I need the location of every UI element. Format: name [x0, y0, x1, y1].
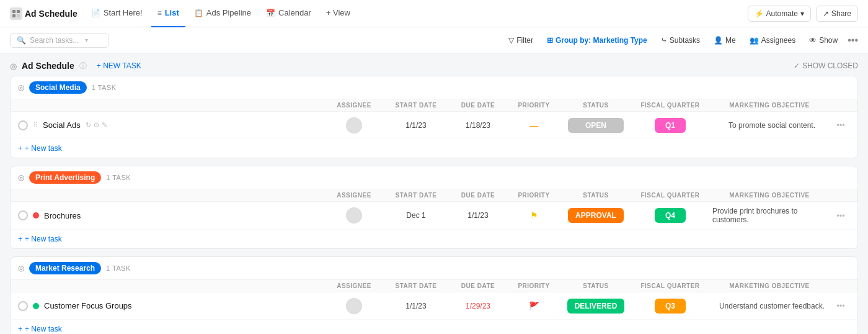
due-date-cell[interactable]: 1/1/23 [447, 211, 509, 220]
show-closed-button[interactable]: ✓ SHOW CLOSED [794, 61, 858, 70]
task-checkbox[interactable] [18, 210, 28, 220]
assignee-cell [323, 298, 385, 314]
search-box[interactable]: 🔍 Search tasks... ▾ [10, 33, 109, 48]
row-options[interactable]: ••• [831, 211, 850, 220]
section-top: ◎ Ad Schedule ⓘ + NEW TASK ✓ SHOW CLOSED [10, 53, 858, 76]
tab-ads-pipeline[interactable]: 📋 Ads Pipeline [188, 0, 257, 27]
tab-start-icon: 📄 [91, 9, 100, 17]
task-name[interactable]: Social Ads [43, 120, 81, 130]
marketing-obj-cell: Understand customer feedback. [707, 302, 831, 310]
drag-handle-icon: ⠿ [33, 121, 38, 129]
group-by-button[interactable]: ⊞ Group by: Marketing Type [543, 34, 651, 47]
assignee-avatar[interactable] [346, 298, 362, 314]
tab-calendar[interactable]: 📅 Calendar [260, 0, 317, 27]
col-fiscal: FISCAL QUARTER [633, 102, 707, 109]
task-dot [33, 303, 39, 309]
col-priority: PRIORITY [509, 102, 559, 109]
info-icon[interactable]: ⓘ [79, 61, 87, 71]
group-count-social-media: 1 TASK [92, 84, 117, 91]
assignee-cell [323, 207, 385, 223]
fiscal-cell[interactable]: Q3 [633, 299, 707, 314]
due-date-cell[interactable]: 1/18/23 [447, 121, 509, 130]
page-title: Ad Schedule [22, 61, 74, 71]
edit-icon[interactable]: ✎ [102, 121, 107, 129]
group-header-market: ◎ Market Research 1 TASK [11, 257, 857, 280]
app-icon [10, 7, 22, 20]
add-task-market[interactable]: + + New task [11, 320, 857, 334]
show-icon: 👁 [809, 36, 817, 45]
refresh-icon[interactable]: ↻ [86, 121, 91, 129]
row-options[interactable]: ••• [831, 120, 850, 130]
assignee-avatar[interactable] [346, 207, 362, 223]
group-icon: ⊞ [547, 36, 553, 45]
group-count-market: 1 TASK [106, 264, 131, 272]
show-button[interactable]: 👁 Show [805, 34, 841, 47]
priority-flag: 🚩 [529, 301, 539, 311]
link-icon[interactable]: ⊙ [94, 121, 99, 129]
col-header-print: ASSIGNEE START DATE DUE DATE PRIORITY ST… [11, 189, 857, 202]
task-dot [33, 212, 39, 219]
task-checkbox[interactable] [18, 120, 28, 130]
me-button[interactable]: 👤 Me [710, 34, 740, 47]
task-name[interactable]: Brochures [44, 211, 81, 220]
start-date-cell[interactable]: 1/1/23 [385, 302, 447, 310]
automate-chevron: ▾ [800, 9, 804, 18]
tab-list-icon: ≡ [157, 9, 162, 17]
me-icon: 👤 [714, 36, 723, 45]
fiscal-badge: Q1 [655, 118, 686, 133]
filter-button[interactable]: ▽ Filter [505, 34, 537, 47]
group-print-advertising: ◎ Print Advertising 1 TASK ASSIGNEE STAR… [10, 166, 858, 249]
group-collapse-market[interactable]: ◎ [18, 264, 24, 273]
svg-rect-2 [12, 14, 16, 17]
automate-button[interactable]: ⚡ Automate ▾ [748, 6, 811, 22]
status-badge: DELIVERED [567, 299, 625, 314]
subtasks-icon: ⤷ [661, 36, 667, 45]
share-button[interactable]: ↗ Share [816, 6, 858, 22]
add-icon: + [18, 144, 22, 153]
add-task-social-media[interactable]: + + New task [11, 139, 857, 158]
col-header-market: ASSIGNEE START DATE DUE DATE PRIORITY ST… [11, 280, 857, 292]
fiscal-cell[interactable]: Q4 [633, 208, 707, 223]
priority-cell[interactable]: ⚑ [509, 210, 559, 220]
section-collapse-icon[interactable]: ◎ [10, 61, 17, 71]
group-collapse-print[interactable]: ◎ [18, 173, 24, 182]
group-collapse-social-media[interactable]: ◎ [18, 83, 24, 92]
fiscal-cell[interactable]: Q1 [633, 118, 707, 133]
assignees-button[interactable]: 👥 Assignees [746, 34, 799, 47]
start-date-cell[interactable]: 1/1/23 [385, 121, 447, 130]
task-name[interactable]: Customer Focus Groups [44, 301, 132, 310]
due-date-cell[interactable]: 1/29/23 [447, 302, 509, 310]
add-icon: + [18, 235, 22, 243]
table-row: ⠿ Social Ads ↻ ⊙ ✎ 1/1/23 1/18/23 — [11, 112, 857, 139]
share-icon: ↗ [823, 9, 829, 18]
tab-add-view[interactable]: + View [320, 0, 356, 27]
task-name-cell: ⠿ Social Ads ↻ ⊙ ✎ [18, 120, 323, 130]
priority-cell[interactable]: — [509, 120, 559, 130]
svg-rect-0 [12, 10, 16, 13]
assignee-avatar[interactable] [346, 117, 362, 133]
top-nav: Ad Schedule 📄 Start Here! ≡ List 📋 Ads P… [0, 0, 868, 27]
search-placeholder: Search tasks... [30, 36, 79, 45]
tab-start-here[interactable]: 📄 Start Here! [85, 0, 149, 27]
assignees-icon: 👥 [750, 36, 759, 45]
start-date-cell[interactable]: Dec 1 [385, 211, 447, 220]
group-count-print: 1 TASK [106, 174, 131, 181]
automate-icon: ⚡ [755, 9, 764, 18]
group-header-social-media: ◎ Social Media 1 TASK [11, 76, 857, 99]
toolbar: 🔍 Search tasks... ▾ ▽ Filter ⊞ Group by:… [0, 27, 868, 53]
group-market-research: ◎ Market Research 1 TASK ASSIGNEE START … [10, 256, 858, 334]
add-task-print[interactable]: + + New task [11, 230, 857, 248]
priority-cell[interactable]: 🚩 [509, 301, 559, 311]
row-options[interactable]: ••• [831, 301, 850, 310]
subtasks-button[interactable]: ⤷ Subtasks [657, 34, 704, 47]
status-cell[interactable]: DELIVERED [559, 299, 633, 314]
new-task-button[interactable]: + NEW TASK [92, 60, 146, 72]
status-cell[interactable]: APPROVAL [559, 208, 633, 223]
tab-list[interactable]: ≡ List [151, 0, 185, 27]
more-options-button[interactable]: ••• [848, 35, 858, 46]
status-badge: APPROVAL [568, 208, 624, 223]
search-chevron-icon: ▾ [85, 37, 88, 43]
task-checkbox[interactable] [18, 301, 28, 311]
group-label-market: Market Research [29, 262, 101, 274]
status-cell[interactable]: OPEN [559, 118, 633, 133]
